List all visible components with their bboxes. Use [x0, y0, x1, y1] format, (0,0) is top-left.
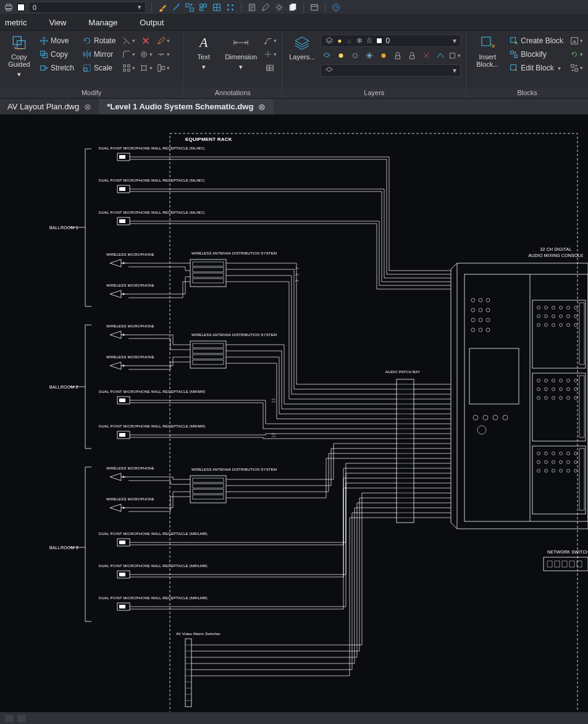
blockify-button[interactable]: Blockify — [507, 48, 566, 61]
copy-button[interactable]: Copy — [37, 48, 77, 61]
array-icon[interactable] — [225, 2, 235, 12]
leader-icon[interactable] — [263, 35, 277, 47]
mixing-console — [451, 263, 588, 529]
wand-icon[interactable] — [171, 2, 181, 12]
copy-label: Copy — [51, 50, 68, 59]
rotate-button[interactable]: Rotate — [80, 35, 118, 47]
svg-point-157 — [537, 379, 540, 382]
layiso-icon[interactable] — [321, 49, 333, 62]
laymch-icon[interactable] — [434, 49, 447, 62]
block-attr-icon[interactable]: A — [569, 35, 583, 47]
help-icon[interactable]: ? — [331, 2, 341, 12]
file-tab-0[interactable]: AV Layout Plan.dwg ⊗ — [0, 99, 99, 114]
svg-text:DUAL POINT MICROPHONE
WALL REC: DUAL POINT MICROPHONE WALL RECEPTACLE (M… — [99, 211, 204, 214]
close-icon[interactable]: ⊗ — [258, 102, 266, 112]
drawing-canvas[interactable]: EQUIPMENT RACK BALLROOM 1 BALLROOM 2 BAL… — [0, 115, 588, 712]
close-icon[interactable]: ⊗ — [84, 102, 91, 112]
layon-icon[interactable] — [335, 49, 347, 62]
break-icon[interactable] — [156, 48, 170, 61]
scale-button[interactable]: Scale — [80, 62, 118, 74]
move-button[interactable]: Move — [37, 35, 77, 47]
block-sync-icon[interactable] — [569, 48, 583, 61]
explode-icon[interactable] — [139, 62, 153, 74]
dimension-button[interactable]: Dimension ▾ — [222, 35, 259, 71]
svg-point-181 — [574, 452, 578, 455]
console-label-a: 32 CH DIGITAL — [540, 247, 571, 251]
svg-point-144 — [537, 315, 540, 318]
rect-array-icon[interactable] — [122, 62, 135, 74]
grid-tool-icon[interactable] — [212, 2, 222, 12]
panel-annotations: A Text ▾ Dimension ▾ Annotations — [183, 31, 282, 98]
table-icon[interactable] — [263, 62, 277, 74]
layer-color-swatch — [376, 38, 382, 44]
separator — [241, 2, 242, 12]
layoff-icon[interactable] — [349, 49, 361, 62]
layulk-icon[interactable] — [406, 49, 418, 62]
laymore-icon[interactable] — [448, 49, 461, 62]
select-similar-icon[interactable] — [185, 2, 195, 12]
file-tab-1[interactable]: *Level 1 Audio System Schematic.dwg ⊗ — [99, 99, 274, 114]
copy-guided-label: Copy Guided — [8, 53, 30, 68]
svg-text:WIRELESS MICROPHONE: WIRELESS MICROPHONE — [106, 253, 154, 256]
svg-point-165 — [552, 388, 555, 391]
qselect-icon[interactable] — [198, 2, 208, 12]
layers-button[interactable]: Layers... — [287, 35, 317, 61]
erase-icon[interactable] — [139, 35, 153, 47]
svg-point-120 — [479, 308, 482, 312]
edit-block-button[interactable]: Edit Block▾ — [507, 62, 566, 74]
centerline-icon[interactable] — [263, 48, 277, 61]
svg-text:DUAL POINT MICROPHONE
WALL REC: DUAL POINT MICROPHONE WALL RECEPTACLE (M… — [99, 390, 205, 394]
status-bar — [0, 712, 588, 724]
laydel-icon[interactable] — [420, 49, 432, 62]
svg-point-186 — [567, 461, 570, 464]
separator — [151, 2, 152, 12]
svg-point-189 — [545, 469, 548, 473]
stretch-button[interactable]: Stretch — [37, 62, 77, 74]
equipment-rack-label: EQUIPMENT RACK — [185, 137, 232, 142]
status-chip-2[interactable] — [17, 715, 26, 722]
print-icon[interactable] — [4, 2, 14, 12]
align-icon[interactable] — [156, 62, 170, 74]
brush-icon[interactable] — [158, 2, 167, 12]
antenna1-label: WIRELESS ANTENNA DISTRIBUTION SYSTEM — [191, 251, 277, 255]
layfrz-icon[interactable] — [363, 49, 376, 62]
mirror-label: Mirror — [94, 50, 113, 59]
svg-rect-17 — [311, 4, 318, 10]
copy-guided-button[interactable]: Copy Guided ▾ — [5, 35, 33, 78]
svg-point-155 — [574, 324, 578, 327]
menu-view[interactable]: View — [49, 18, 66, 27]
window-icon[interactable] — [309, 2, 319, 12]
laylck-icon[interactable] — [392, 49, 404, 62]
menu-manage[interactable]: Manage — [88, 18, 117, 27]
create-block-button[interactable]: Create Block — [507, 35, 566, 47]
notepad-icon[interactable] — [247, 2, 257, 12]
pencil-icon[interactable] — [261, 2, 271, 12]
svg-rect-24 — [41, 66, 45, 70]
gear-icon[interactable] — [274, 2, 284, 12]
laythw-icon[interactable] — [377, 49, 390, 62]
svg-rect-41 — [396, 56, 400, 59]
svg-point-151 — [545, 324, 548, 327]
insert-block-button[interactable]: Insert Block... — [471, 35, 503, 68]
offset-icon[interactable] — [139, 48, 153, 61]
b2-plate-2: DUAL POINT MICROPHONE WALL RECEPTACLE (M… — [99, 424, 205, 439]
layer-state-dropdown[interactable] — [321, 64, 461, 77]
fillet-icon[interactable] — [122, 48, 135, 61]
svg-point-192 — [567, 469, 570, 473]
text-button[interactable]: A Text ▾ — [188, 35, 219, 71]
menu-output[interactable]: Output — [140, 18, 164, 27]
svg-text:A: A — [573, 39, 576, 44]
pencil-small-icon[interactable] — [156, 35, 170, 47]
trim-icon[interactable] — [122, 35, 135, 47]
mirror-button[interactable]: Mirror — [80, 48, 118, 61]
svg-point-167 — [567, 388, 570, 391]
block-replace-icon[interactable] — [569, 62, 583, 74]
freeze-icon: ❄ — [356, 36, 363, 45]
color-swatch[interactable] — [17, 4, 25, 11]
pages-icon[interactable] — [288, 2, 298, 12]
current-layer-dropdown[interactable]: ● ☼ ❄ 0 — [321, 35, 461, 47]
status-chip-1[interactable] — [5, 715, 14, 722]
layer-quick-dropdown[interactable]: 0 — [28, 2, 146, 13]
menu-metric[interactable]: metric — [5, 18, 27, 27]
svg-rect-196 — [555, 561, 560, 567]
